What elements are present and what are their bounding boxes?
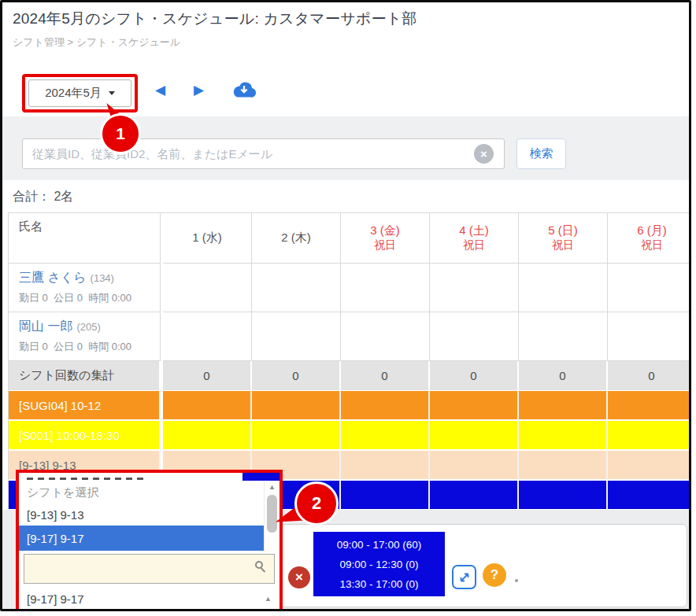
dropdown-option-list: シフトを選択 [9-13] 9-13 [9-17] 9-17 ▲ xyxy=(19,481,280,551)
annotation-box-1 xyxy=(22,74,138,113)
dropdown-option-9-17-selected[interactable]: [9-17] 9-17 xyxy=(19,526,264,551)
shift-count-label: シフト回数の集計 xyxy=(9,361,161,391)
shift-type-label[interactable]: [SUGI04] 10-12 xyxy=(9,391,161,421)
dropdown-scrollbar[interactable]: ▲ xyxy=(264,481,280,551)
shift-type-cell[interactable] xyxy=(430,421,519,451)
name-column-header: 氏名 xyxy=(9,213,161,264)
day-label: 3 (金) xyxy=(370,223,400,238)
shift-type-cell[interactable] xyxy=(252,391,341,421)
shift-cell[interactable] xyxy=(519,312,608,361)
shift-cell[interactable] xyxy=(341,264,430,312)
shift-type-cell[interactable] xyxy=(519,451,608,481)
employee-name-link[interactable]: 三鷹 さくら xyxy=(19,271,87,284)
dropdown-current-value[interactable]: [9-17] 9-17 ▲ xyxy=(19,588,280,609)
shift-type-cell[interactable] xyxy=(519,481,608,510)
day-header-1: 1 (水) xyxy=(163,213,252,264)
next-month-button[interactable]: ▶ xyxy=(194,83,204,97)
shift-time-line: 09:00 - 17:00 (60) xyxy=(313,535,445,555)
employee-row-2: 岡山 一郎(205) 勤日 0 公日 0 時間 0:00 xyxy=(9,312,690,361)
shift-type-cell[interactable] xyxy=(252,421,341,451)
shift-type-row-sugi04: [SUGI04] 10-12 xyxy=(9,391,690,421)
dropdown-search-input[interactable] xyxy=(24,554,275,584)
shift-type-cell[interactable] xyxy=(519,421,608,451)
annotation-balloon-1: 1 xyxy=(100,113,141,154)
employee-stats: 勤日 0 公日 0 時間 0:00 xyxy=(19,291,160,305)
dropdown-option-9-13[interactable]: [9-13] 9-13 xyxy=(19,503,264,526)
clear-search-icon[interactable]: × xyxy=(474,144,494,164)
cloud-download-icon[interactable] xyxy=(231,79,257,103)
magnifier-icon xyxy=(255,561,266,572)
shift-count-value: 0 xyxy=(252,361,341,391)
total-count-label: 合計： 2名 xyxy=(13,189,73,205)
day-header-4: 4 (土) 祝日 xyxy=(430,213,519,264)
day-label: 1 (水) xyxy=(192,231,222,245)
shift-cell[interactable] xyxy=(252,264,341,312)
shift-type-cell[interactable] xyxy=(608,451,690,481)
employee-name-cell: 三鷹 さくら(134) 勤日 0 公日 0 時間 0:00 xyxy=(9,264,161,312)
employee-name-cell: 岡山 一郎(205) 勤日 0 公日 0 時間 0:00 xyxy=(9,312,161,361)
help-icon[interactable]: ? xyxy=(483,563,506,587)
breadcrumb: シフト管理 > シフト・スケジュール xyxy=(13,35,180,50)
shift-count-value: 0 xyxy=(430,361,519,391)
shift-cell[interactable] xyxy=(252,312,341,361)
day-header-3: 3 (金) 祝日 xyxy=(341,213,430,264)
shift-type-cell[interactable] xyxy=(430,451,519,481)
search-button[interactable]: 検索 xyxy=(516,138,566,169)
shift-cell[interactable] xyxy=(608,312,690,361)
shift-type-cell[interactable] xyxy=(341,421,430,451)
shift-time-tooltip: 09:00 - 17:00 (60) 09:00 - 12:30 (0) 13:… xyxy=(313,532,445,596)
holiday-label: 祝日 xyxy=(641,238,663,253)
shift-type-cell[interactable] xyxy=(341,481,430,510)
shift-cell[interactable] xyxy=(608,264,690,312)
day-label: 6 (月) xyxy=(637,223,667,238)
shift-select-dropdown: シフトを選択 [9-13] 9-13 [9-17] 9-17 ▲ [9-17] … xyxy=(16,470,283,611)
schedule-table: 氏名 1 (水) 2 (木) 3 (金) 祝日 4 (土) 祝日 5 (日) 祝… xyxy=(8,212,690,510)
prev-month-button[interactable]: ◀ xyxy=(155,83,165,97)
shift-type-cell[interactable] xyxy=(341,391,430,421)
shift-type-cell[interactable] xyxy=(608,391,690,421)
shift-type-cell[interactable] xyxy=(163,391,252,421)
dropdown-option-placeholder[interactable]: シフトを選択 xyxy=(19,481,264,503)
shift-type-cell[interactable] xyxy=(163,421,252,451)
day-header-6: 6 (月) 祝日 xyxy=(608,213,690,264)
day-label: 5 (日) xyxy=(548,223,578,238)
dot-mark xyxy=(515,579,518,582)
shift-type-label[interactable]: [S001] 10:00-18:30 xyxy=(9,421,161,451)
employee-stats: 勤日 0 公日 0 時間 0:00 xyxy=(19,340,160,354)
occluded-row-text-fragment xyxy=(27,478,145,480)
delete-shift-icon[interactable]: × xyxy=(288,566,310,588)
shift-type-cell[interactable] xyxy=(608,421,690,451)
scroll-up-icon[interactable]: ▲ xyxy=(268,483,276,491)
blue-row-sliver xyxy=(242,473,280,481)
shift-type-cell[interactable] xyxy=(341,451,430,481)
shift-cell[interactable] xyxy=(430,264,519,312)
shift-count-value: 0 xyxy=(519,361,608,391)
shift-count-row: シフト回数の集計 0 0 0 0 0 0 xyxy=(9,361,690,391)
shift-type-row-s001: [S001] 10:00-18:30 xyxy=(9,421,690,451)
expand-icon[interactable] xyxy=(452,565,476,589)
shift-cell[interactable] xyxy=(163,264,252,312)
day-label: 2 (木) xyxy=(281,231,311,245)
employee-name-link[interactable]: 岡山 一郎 xyxy=(19,319,72,333)
shift-type-cell[interactable] xyxy=(608,481,690,510)
employee-search-input[interactable] xyxy=(22,138,505,169)
employee-row-1: 三鷹 さくら(134) 勤日 0 公日 0 時間 0:00 xyxy=(9,264,690,312)
shift-cell[interactable] xyxy=(163,312,252,361)
shift-count-value: 0 xyxy=(163,361,252,391)
shift-cell[interactable] xyxy=(519,264,608,312)
shift-cell[interactable] xyxy=(341,312,430,361)
day-label: 4 (土) xyxy=(459,223,489,238)
app-window: 2024年5月のシフト・スケジュール: カスタマーサポート部 シフト管理 > シ… xyxy=(0,0,691,611)
collapse-up-icon: ▲ xyxy=(265,595,272,603)
shift-time-line: 13:30 - 17:00 (0) xyxy=(313,574,445,594)
day-header-2: 2 (木) xyxy=(252,213,341,264)
shift-type-cell[interactable] xyxy=(519,391,608,421)
shift-time-line: 09:00 - 12:30 (0) xyxy=(313,555,445,574)
shift-cell[interactable] xyxy=(430,312,519,361)
annotation-2-number: 2 xyxy=(312,493,321,514)
shift-count-value: 0 xyxy=(608,361,690,391)
shift-type-cell[interactable] xyxy=(430,481,519,510)
shift-type-cell[interactable] xyxy=(430,391,519,421)
table-header-row: 氏名 1 (水) 2 (木) 3 (金) 祝日 4 (土) 祝日 5 (日) 祝… xyxy=(9,213,690,264)
scrollbar-thumb[interactable] xyxy=(267,495,277,533)
